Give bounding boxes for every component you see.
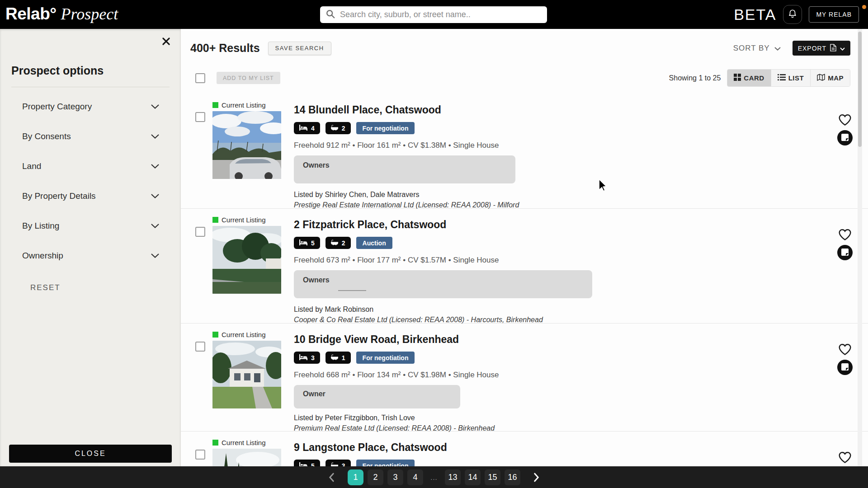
filter-property-category[interactable]: Property Category	[0, 92, 181, 122]
property-photo[interactable]	[212, 111, 281, 179]
page-button-16[interactable]: 16	[505, 469, 520, 485]
filter-label: By Listing	[22, 221, 59, 231]
notes-button[interactable]	[837, 130, 853, 145]
baths-badge: 1	[326, 352, 351, 364]
sort-by-dropdown[interactable]: SORT BY	[733, 44, 781, 53]
card-body: 10 Bridge View Road, Birkenhead 3 1 For …	[294, 330, 835, 431]
search-bar[interactable]	[320, 6, 547, 23]
favorite-button[interactable]	[838, 114, 852, 126]
badge-row: 4 2 For negotiation	[294, 122, 835, 134]
redacted-owner-line	[338, 290, 366, 291]
view-list-button[interactable]: LIST	[771, 70, 811, 86]
search-icon	[326, 9, 335, 21]
save-search-button[interactable]: SAVE SEARCH	[268, 42, 331, 55]
listing-card: Current Listing 10	[181, 324, 868, 432]
my-relab-button[interactable]: MY RELAB	[809, 6, 859, 23]
page-button-3[interactable]: 3	[387, 469, 403, 485]
page-button-2[interactable]: 2	[368, 469, 383, 485]
filter-land[interactable]: Land	[0, 151, 181, 181]
vertical-scrollbar[interactable]	[858, 29, 862, 466]
agency-line: Cooper & Co Real Estate Ltd (Licensed: R…	[294, 316, 835, 324]
chevron-down-icon	[840, 45, 845, 52]
status-label: Current Listing	[222, 331, 266, 338]
view-card-button[interactable]: CARD	[727, 70, 770, 86]
export-button[interactable]: EXPORT	[793, 41, 850, 56]
status-green-square	[212, 217, 218, 223]
listing-address[interactable]: 9 Langstone Place, Chatswood	[294, 441, 835, 454]
filter-by-listing[interactable]: By Listing	[0, 211, 181, 241]
top-bar: Relab° Prospect BETA MY RELAB	[0, 0, 868, 29]
close-icon	[162, 37, 170, 47]
notifications-button[interactable]	[783, 5, 802, 24]
listing-checkbox[interactable]	[195, 227, 205, 237]
chevron-down-icon	[774, 44, 781, 53]
baths-count: 2	[342, 125, 345, 132]
grid-icon	[734, 74, 741, 82]
listing-card: Current Listing 2 Fitzpatrick Place, Cha…	[181, 209, 868, 324]
card-photo-col: Current Listing	[212, 215, 281, 323]
listing-checkbox[interactable]	[195, 450, 205, 460]
owners-label: Owners	[303, 276, 330, 284]
page-button-1[interactable]: 1	[348, 469, 363, 485]
search-input[interactable]	[340, 10, 542, 19]
listing-address[interactable]: 2 Fitzpatrick Place, Chatswood	[294, 219, 835, 231]
owners-box: Owners	[294, 270, 592, 298]
page-button-14[interactable]: 14	[465, 469, 481, 485]
baths-count: 2	[342, 239, 345, 247]
property-photo[interactable]	[212, 341, 281, 408]
page-button-13[interactable]: 13	[445, 469, 461, 485]
listing-checkbox[interactable]	[195, 342, 205, 352]
status-green-square	[212, 102, 218, 108]
previous-page-button[interactable]	[326, 473, 337, 482]
property-photo[interactable]	[212, 226, 281, 294]
status-green-square	[212, 332, 218, 338]
sidebar-close-button[interactable]	[159, 35, 173, 49]
property-details: Freehold 912 m² • Floor 161 m² • CV $1.3…	[294, 141, 835, 150]
status-label: Current Listing	[222, 439, 266, 446]
owners-box: Owners	[294, 155, 515, 183]
filter-ownership[interactable]: Ownership	[0, 241, 181, 271]
add-to-my-list-button[interactable]: ADD TO MY LIST	[217, 72, 280, 84]
listing-address[interactable]: 10 Bridge View Road, Birkenhead	[294, 333, 835, 346]
listing-checkbox[interactable]	[195, 112, 205, 122]
bath-icon	[331, 354, 338, 361]
page-button-4[interactable]: 4	[407, 469, 423, 485]
notes-button[interactable]	[837, 360, 853, 375]
app-logo: Relab° Prospect	[5, 5, 118, 23]
next-page-button[interactable]	[531, 473, 542, 482]
listing-address[interactable]: 14 Blundell Place, Chatswood	[294, 104, 835, 116]
view-map-button[interactable]: MAP	[810, 70, 850, 86]
close-panel-button[interactable]: CLOSE	[9, 445, 172, 463]
listed-by: Listed by Shirley Chen, Dale Matravers	[294, 191, 835, 199]
panel-title: Prospect options	[11, 64, 181, 77]
status-label: Current Listing	[222, 101, 266, 109]
card-actions	[835, 100, 855, 208]
export-file-icon	[830, 44, 836, 53]
reset-filters-button[interactable]: RESET	[30, 283, 61, 292]
page-button-15[interactable]: 15	[485, 469, 500, 485]
notes-button[interactable]	[837, 245, 853, 260]
owners-label: Owners	[303, 161, 330, 169]
beta-label: BETA	[734, 6, 776, 23]
filter-by-consents[interactable]: By Consents	[0, 122, 181, 151]
scrollbar-thumb[interactable]	[858, 32, 862, 147]
results-area: 400+ Results SAVE SEARCH SORT BY EXPORT …	[181, 29, 868, 488]
beds-count: 3	[311, 354, 315, 361]
favorite-button[interactable]	[838, 451, 852, 464]
listing-status: Current Listing	[212, 100, 281, 109]
view-toggle: CARD LIST MAP	[727, 69, 850, 87]
filter-label: By Consents	[22, 131, 71, 141]
prospect-options-panel: Prospect options Property Category By Co…	[0, 29, 181, 466]
select-all-checkbox[interactable]	[195, 73, 205, 83]
filter-by-property-details[interactable]: By Property Details	[0, 181, 181, 211]
filter-list: Property Category By Consents Land By Pr…	[0, 92, 181, 271]
filter-label: Ownership	[22, 251, 63, 261]
owners-box: Owner	[294, 385, 460, 408]
favorite-button[interactable]	[838, 229, 852, 241]
bed-icon	[299, 354, 307, 361]
heart-icon	[838, 350, 852, 357]
logo-prospect: Prospect	[61, 5, 118, 23]
beds-count: 4	[311, 125, 315, 132]
favorite-button[interactable]	[838, 343, 852, 356]
owners-label: Owner	[303, 390, 326, 398]
